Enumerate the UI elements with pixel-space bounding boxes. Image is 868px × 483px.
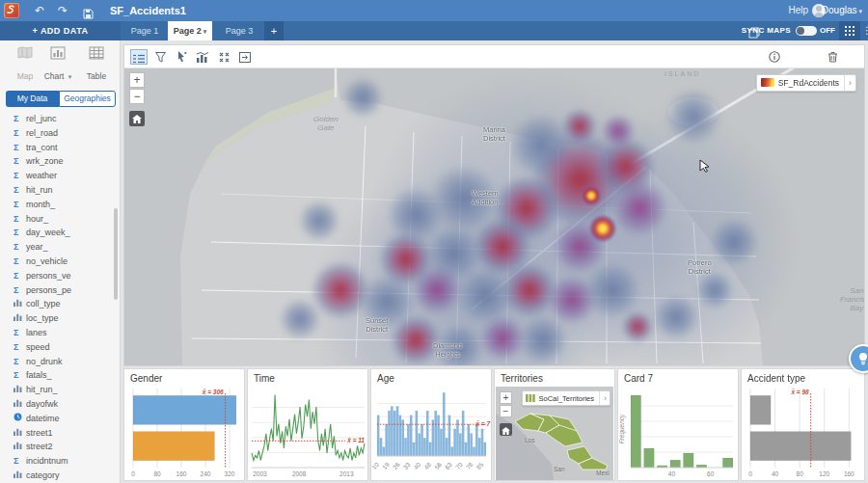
tab-page-1[interactable]: Page 1 [123,21,166,40]
add-data-button[interactable]: + ADD DATA [0,21,121,40]
svg-text:80: 80 [153,470,161,477]
field-item-rel_junc[interactable]: Σrel_junc [0,112,121,126]
clock-icon [14,412,26,426]
home-button[interactable] [500,423,512,436]
svg-text:19: 19 [381,461,391,470]
svg-text:x̄ = 7: x̄ = 7 [475,420,490,427]
map-button[interactable]: Map [8,46,42,83]
time-line-chart[interactable]: 200320082013x̄ = 11 [249,387,368,479]
sigma-icon: Σ [14,340,26,355]
field-item-month_[interactable]: Σmonth_ [0,198,121,212]
delete-card-button[interactable] [824,49,841,65]
chart-card-accident-type: Accident type 04080120160x̄ = 98 [741,368,865,481]
field-item-hour_[interactable]: Σhour_ [0,212,121,227]
undo-button[interactable]: ↶ [31,0,48,21]
table-button-label: Table [87,71,106,81]
app-logo-icon[interactable] [4,3,19,18]
svg-text:40: 40 [668,470,676,477]
field-item-hit_run_[interactable]: hit_run_ [0,383,121,397]
sync-maps-toggle[interactable] [796,26,817,36]
zoom-in-button[interactable]: + [500,391,512,404]
filter-button[interactable] [151,49,169,65]
field-label: datetime [26,414,60,423]
polygon-layer-icon [526,394,535,402]
new-page-button[interactable]: + [264,21,284,40]
field-label: category [26,470,60,480]
tab-my-data[interactable]: My Data [6,91,59,107]
svg-text:120: 120 [819,470,829,477]
field-item-dayofwk[interactable]: dayofwk [0,397,121,412]
chart-card-7: Card 7 4060Frequency [617,368,739,481]
info-button[interactable] [766,49,783,65]
svg-text:33: 33 [402,461,412,470]
mouse-cursor [699,159,711,173]
redo-button[interactable]: ↷ [54,0,71,21]
field-item-rel_road[interactable]: Σrel_road [0,126,121,141]
field-item-no_vehicle[interactable]: Σno_vehicle [0,255,121,269]
field-item-street1[interactable]: street1 [0,426,121,441]
tab-geographies[interactable]: Geographies [59,91,116,107]
sidebar-scrollbar[interactable] [114,208,118,300]
field-label: wrk_zone [26,156,64,166]
zoom-in-button[interactable]: + [129,72,145,88]
bar-chart-icon [14,297,26,311]
overflow-menu-icon[interactable]: ⋮ [862,21,868,40]
field-item-street2[interactable]: street2 [0,440,121,454]
apps-grid-button[interactable] [839,21,860,40]
tab-page-3[interactable]: Page 3 [218,21,260,40]
map-canvas[interactable]: ISLANDGoldenGateMarinaDistrictWesternAdd… [124,68,864,365]
help-link[interactable]: Help [788,0,808,21]
field-label: day_week_ [26,228,70,237]
layer-card[interactable]: SF_RdAccidents› [756,74,856,92]
user-menu[interactable]: Douglas▾ [822,0,862,21]
accident-type-bar-chart[interactable]: 04080120160x̄ = 98 [743,387,862,479]
zoom-out-button[interactable]: − [500,405,512,417]
field-item-datetime[interactable]: datetime [0,412,121,426]
field-item-persons_ve[interactable]: Σpersons_ve [0,269,121,283]
field-item-year_[interactable]: Σyear_ [0,240,121,255]
sigma-icon: Σ [14,212,26,227]
home-button[interactable] [129,111,145,126]
field-item-speed[interactable]: Σspeed [0,340,121,355]
field-item-wrk_zone[interactable]: Σwrk_zone [0,154,121,169]
sigma-icon: Σ [14,198,26,212]
field-label: tra_cont [26,143,58,152]
card-title: Age [371,369,491,387]
flip-card-button[interactable] [236,49,254,65]
chart-icon [41,46,75,64]
territories-map-canvas[interactable]: LosSanMexi + − SoCal_Territories› [496,387,613,480]
chart-button[interactable]: Chart ▾ [41,46,75,83]
field-item-hit_run[interactable]: Σhit_run [0,183,121,198]
field-item-coll_type[interactable]: coll_type [0,297,121,311]
field-item-persons_pe[interactable]: Σpersons_pe [0,283,121,298]
field-item-category[interactable]: category [0,469,121,483]
legend-button[interactable] [130,49,148,65]
field-item-fatals_[interactable]: Σfatals_ [0,368,121,383]
map-card-territories: Territories LosSanMexi + − SoCal_Territo… [494,368,615,481]
field-item-day_week_[interactable]: Σday_week_ [0,226,121,240]
chart-stats-button[interactable] [194,49,211,65]
selection-tools-button[interactable] [173,49,190,65]
zoom-sync-button[interactable] [215,49,232,65]
map-card-toolbar [124,45,864,68]
field-item-no_drunk[interactable]: Σno_drunk [0,355,121,369]
card7-histogram[interactable]: 4060Frequency [619,387,739,479]
field-item-lanes[interactable]: Σlanes [0,326,121,340]
layer-card[interactable]: SoCal_Territories› [522,390,610,406]
table-button[interactable]: Table [79,46,114,83]
bar-chart-icon [14,311,26,326]
field-item-weather[interactable]: Σweather [0,169,121,183]
save-button[interactable] [79,5,96,16]
svg-text:320: 320 [225,470,235,477]
field-item-incidntnum[interactable]: Σincidntnum [0,454,121,469]
sigma-icon: Σ [14,141,26,155]
age-bar-chart[interactable]: 1019263340485663707885x̄ = 7 [372,387,492,479]
zoom-out-button[interactable]: − [129,89,145,104]
field-item-loc_type[interactable]: loc_type [0,311,121,326]
field-item-tra_cont[interactable]: Σtra_cont [0,141,121,155]
sigma-icon: Σ [14,255,26,269]
gender-bar-chart[interactable]: 080160240320x̄ = 306 [125,387,245,479]
field-label: rel_junc [26,114,57,123]
field-label: persons_pe [26,285,71,295]
tab-page-2[interactable]: Page 2▾ [168,21,212,40]
